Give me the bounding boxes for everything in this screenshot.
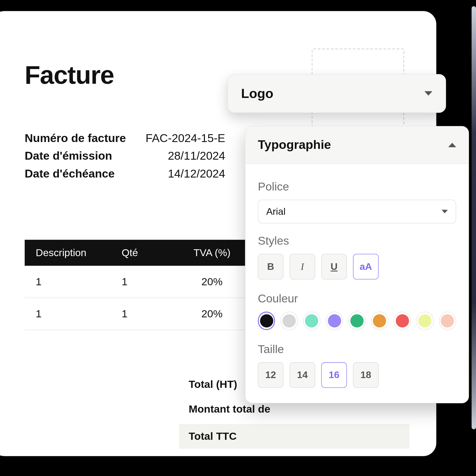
chevron-down-icon: [442, 210, 448, 213]
color-swatch-inner: [328, 314, 341, 327]
font-section-label: Police: [258, 180, 456, 193]
logo-panel-label: Logo: [241, 86, 273, 101]
col-qty: Qté: [122, 247, 175, 259]
total-ttc-label: Total TTC: [179, 424, 409, 449]
color-swatch-inner: [260, 314, 273, 327]
chevron-up-icon: [448, 143, 456, 147]
color-swatch-inner: [350, 314, 364, 327]
cell-vat: 20%: [175, 307, 250, 320]
logo-settings-panel[interactable]: Logo: [227, 74, 446, 113]
cell-description: 1: [36, 307, 122, 320]
due-date-label: Date d'échéance: [25, 165, 144, 182]
color-swatch-inner: [305, 314, 318, 327]
font-select[interactable]: Arial: [258, 200, 456, 223]
case-button[interactable]: aA: [353, 254, 378, 279]
underline-button[interactable]: U: [321, 254, 347, 279]
color-swatch-inner: [441, 314, 454, 327]
color-swatch-inner: [373, 314, 386, 327]
color-swatch[interactable]: [416, 312, 434, 330]
size-row: 12141618: [258, 362, 456, 388]
color-swatch[interactable]: [303, 312, 321, 330]
color-section-label: Couleur: [258, 292, 456, 306]
color-swatch-inner: [418, 314, 431, 327]
size-button-12[interactable]: 12: [258, 362, 283, 388]
chevron-down-icon: [424, 91, 432, 96]
styles-section-label: Styles: [258, 234, 456, 248]
color-swatch[interactable]: [439, 312, 456, 330]
color-swatch[interactable]: [371, 312, 388, 330]
italic-button[interactable]: I: [290, 254, 315, 279]
invoice-number-value: FAC-2024-15-E: [144, 129, 225, 147]
color-swatch-inner: [283, 314, 296, 327]
color-swatch[interactable]: [348, 312, 366, 330]
cell-vat: 20%: [175, 275, 250, 288]
size-button-18[interactable]: 18: [353, 362, 378, 388]
typography-title: Typographie: [258, 138, 331, 152]
due-date-value: 14/12/2024: [144, 165, 225, 182]
issue-date-label: Date d'émission: [25, 147, 144, 165]
col-description: Description: [36, 247, 122, 259]
color-swatch[interactable]: [326, 312, 343, 330]
size-button-16[interactable]: 16: [321, 362, 347, 388]
size-button-14[interactable]: 14: [290, 362, 315, 388]
cell-qty: 1: [122, 307, 175, 320]
device-frame-edge: [472, 6, 476, 429]
invoice-number-label: Numéro de facture: [25, 129, 144, 147]
cell-qty: 1: [122, 275, 175, 288]
typography-header[interactable]: Typographie: [246, 127, 469, 164]
typography-panel: Typographie Police Arial Styles B I U aA…: [245, 126, 469, 403]
color-swatch[interactable]: [281, 312, 298, 330]
color-swatch[interactable]: [393, 312, 411, 330]
bold-button[interactable]: B: [258, 254, 283, 279]
size-section-label: Taille: [258, 342, 456, 356]
color-swatch[interactable]: [258, 312, 275, 330]
color-swatch-inner: [396, 314, 409, 327]
cell-description: 1: [36, 275, 122, 288]
color-swatch-row: [258, 312, 456, 330]
col-vat: TVA (%): [175, 247, 250, 259]
font-select-value: Arial: [266, 206, 286, 218]
issue-date-value: 28/11/2024: [144, 147, 225, 165]
